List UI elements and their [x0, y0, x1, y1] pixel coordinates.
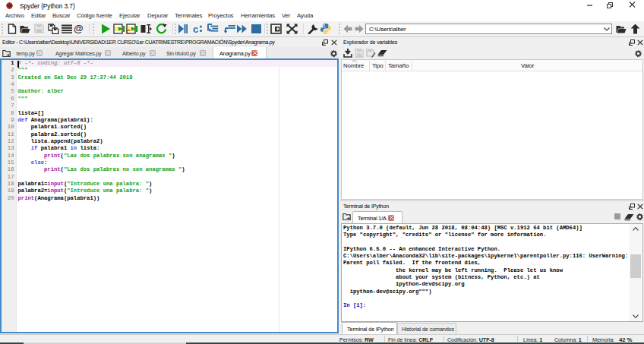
- svg-text:c: c: [193, 24, 198, 33]
- svg-text:c: c: [126, 27, 131, 35]
